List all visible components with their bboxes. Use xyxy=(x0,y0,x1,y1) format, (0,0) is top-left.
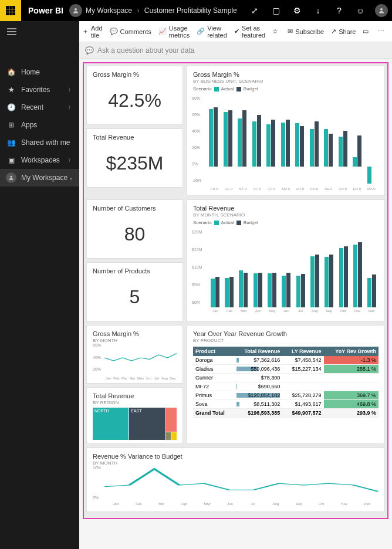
apps-icon: ⊞ xyxy=(6,121,16,129)
waffle-icon xyxy=(6,6,15,15)
table-row[interactable]: Sova$8,511,302$1,493,617469.8 % xyxy=(193,400,379,409)
subscribe-button[interactable]: ✉Subscribe xyxy=(288,28,324,35)
workspace-avatar xyxy=(69,4,82,17)
breadcrumb: My Workspace › Customer Profitability Sa… xyxy=(86,6,237,15)
chart-legend: Scenario Actual Budget xyxy=(193,220,379,225)
table-row-total: Grand Total$196,593,385$49,907,572293.9 … xyxy=(193,409,379,418)
sidebar-item-home[interactable]: 🏠Home xyxy=(0,63,79,81)
chevron-right-icon: 〉 xyxy=(68,157,73,164)
qna-input[interactable]: 💬Ask a question about your data xyxy=(79,42,392,59)
chart-legend: Scenario Actual Budget xyxy=(193,86,379,92)
sidebar-item-workspaces[interactable]: ▣Workspaces〉 xyxy=(0,151,79,169)
sidebar-item-shared-with-me[interactable]: 👥Shared with me xyxy=(0,134,79,151)
tile-gm-by-month[interactable]: Gross Margin % BY MONTH 60%40%20%JanFebM… xyxy=(86,325,183,384)
tile-rev-by-month[interactable]: Total Revenue BY MONTH, SCENARIO Scenari… xyxy=(187,199,385,321)
feedback-button[interactable]: ☺ xyxy=(350,0,371,21)
set-featured-button[interactable]: ✔Set as featured xyxy=(234,25,265,39)
star-icon: ★ xyxy=(6,86,16,94)
person-icon xyxy=(72,7,79,14)
view-related-button[interactable]: 🔗View related xyxy=(197,25,227,39)
present-button[interactable]: ▢ xyxy=(265,0,286,21)
profile-button[interactable] xyxy=(371,0,392,21)
tile-gm-pct[interactable]: Gross Margin % 42.5% xyxy=(86,66,183,125)
breadcrumb-page[interactable]: Customer Profitability Sample xyxy=(144,6,237,15)
dashboard-selection: Gross Margin % 42.5% Total Revenue $235M… xyxy=(83,62,388,519)
hamburger-icon xyxy=(7,28,16,35)
sidebar-item-apps[interactable]: ⊞Apps xyxy=(0,116,79,134)
chevron-right-icon: 〉 xyxy=(68,86,73,94)
svg-point-2 xyxy=(10,176,12,178)
brand-label: Power BI xyxy=(28,6,63,15)
usage-metrics-button[interactable]: 📈Usage metrics xyxy=(158,25,190,39)
chevron-down-icon: ⌄ xyxy=(69,175,73,181)
tile-products[interactable]: Number of Products 5 xyxy=(86,262,183,321)
tile-total-revenue[interactable]: Total Revenue $235M xyxy=(86,128,183,188)
favorite-button[interactable]: ☆ xyxy=(272,28,281,35)
share-button[interactable]: ↗Share xyxy=(331,28,356,35)
svg-point-0 xyxy=(75,8,77,11)
sidebar-item-my-workspace[interactable]: My Workspace⌄ xyxy=(0,169,79,187)
download-button[interactable]: ↓ xyxy=(307,0,329,21)
tile-yoy-growth[interactable]: Year Over Year Revenue Growth BY PRODUCT… xyxy=(187,325,385,444)
global-header: Power BI My Workspace › Customer Profita… xyxy=(0,0,392,21)
share-icon: 👥 xyxy=(6,138,16,147)
ws-icon: ▣ xyxy=(6,156,16,164)
clock-icon: 🕘 xyxy=(6,103,16,111)
main-content: 💬Ask a question about your data Gross Ma… xyxy=(79,42,392,549)
comments-button[interactable]: 💬Comments xyxy=(110,28,151,35)
tile-variance[interactable]: Revenue % Variance to Budget BY MONTH 10… xyxy=(86,448,385,512)
tile-rev-by-region[interactable]: Total Revenue BY REGION NORTH EAST xyxy=(86,387,183,444)
nav-toggle-button[interactable] xyxy=(0,21,79,42)
table-row[interactable]: Primus$120,854,182$25,728,279369.7 % xyxy=(193,391,379,400)
home-icon: 🏠 xyxy=(6,68,16,76)
person-icon xyxy=(378,7,385,14)
table-row[interactable]: Gladius$59,096,436$15,227,134288.1 % xyxy=(193,365,379,374)
tile-gm-by-bu[interactable]: Gross Margin % BY BUSINESS UNIT, SCENARI… xyxy=(187,66,385,196)
sidebar-item-recent[interactable]: 🕘Recent〉 xyxy=(0,99,79,116)
more-button[interactable]: ⋯ xyxy=(378,28,387,35)
treemap: NORTH EAST xyxy=(93,408,177,440)
sidebar-item-favorites[interactable]: ★Favorites〉 xyxy=(0,81,79,99)
breadcrumb-workspace[interactable]: My Workspace xyxy=(86,6,132,15)
help-button[interactable]: ? xyxy=(329,0,350,21)
workspace-avatar-icon xyxy=(6,172,16,183)
tile-customers[interactable]: Number of Customers 80 xyxy=(86,199,183,259)
app-launcher-button[interactable] xyxy=(0,0,21,21)
table-row[interactable]: Doroga$7,362,616$7,458,542-1.3 % xyxy=(193,356,379,365)
settings-button[interactable]: ⚙ xyxy=(286,0,307,21)
web-layout-button[interactable]: ▭ xyxy=(363,28,371,35)
table-row[interactable]: MI-72$690,550 xyxy=(193,382,379,391)
yoy-table: Product Total Revenue LY Revenue YoY Rev… xyxy=(193,347,379,418)
chevron-right-icon: 〉 xyxy=(68,104,73,111)
header-actions: ⤢ ▢ ⚙ ↓ ? ☺ xyxy=(244,0,392,21)
svg-point-1 xyxy=(380,8,383,11)
fullscreen-button[interactable]: ⤢ xyxy=(244,0,265,21)
table-row[interactable]: Gunner$78,300 xyxy=(193,374,379,382)
add-tile-button[interactable]: ＋Add tile xyxy=(82,25,103,39)
nav-sidebar: 🏠Home★Favorites〉🕘Recent〉⊞Apps👥Shared wit… xyxy=(0,42,79,549)
